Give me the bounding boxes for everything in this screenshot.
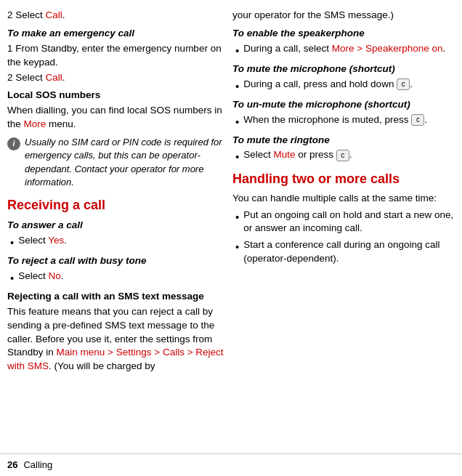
mute-ringtone-bullet-dot: • — [235, 149, 239, 164]
mute-mic-heading: To mute the microphone (shortcut) — [232, 62, 455, 76]
page-container: 2 Select Call. To make an emergency call… — [0, 0, 462, 476]
handling-bullet1-item: • Put an ongoing call on hold and start … — [232, 209, 455, 238]
speakerphone-text: During a call, select More > Speakerphon… — [243, 42, 445, 56]
mute-mic-text: During a call, press and hold down c. — [243, 78, 413, 92]
mute-ringtone-link: Mute — [274, 149, 296, 160]
intro-step2-link: Call — [46, 9, 62, 20]
left-column: 2 Select Call. To make an emergency call… — [7, 9, 225, 446]
mute-ringtone-mid: or press — [296, 149, 336, 160]
mute-mic-key: c — [397, 78, 410, 90]
handling-bullet1-dot: • — [235, 209, 239, 225]
emergency-step1: 1 From Standby, enter the emergency numb… — [7, 42, 225, 70]
handling-bullet2-item: • Start a conference call during an ongo… — [232, 238, 455, 267]
footer-label: Calling — [23, 459, 52, 472]
answer-pre: Select — [18, 235, 48, 246]
speakerphone-bullet-item: • During a call, select More > Speakerph… — [232, 42, 455, 58]
answer-text: Select Yes. — [18, 234, 67, 248]
unmute-text: When the microphone is muted, press c. — [243, 113, 427, 127]
handling-bullet2-text: Start a conference call during an ongoin… — [243, 238, 455, 266]
answer-end: . — [64, 235, 67, 246]
mute-ringtone-bullet-item: • Select Mute or press c. — [232, 148, 455, 164]
handling-body: You can handle multiple calls at the sam… — [232, 192, 455, 206]
handling-bullet1-text: Put an ongoing call on hold and start a … — [243, 209, 455, 236]
mute-mic-pre: During a call, press and hold down — [243, 78, 397, 89]
mute-ringtone-end: . — [349, 149, 352, 160]
reject-end: . — [61, 270, 64, 281]
speakerphone-link: More > Speakerphone on — [332, 43, 443, 54]
unmute-pre: When the microphone is muted, press — [243, 114, 411, 125]
reject-bullet-dot: • — [10, 270, 14, 286]
note-item: i Usually no SIM card or PIN code is req… — [7, 136, 225, 190]
receiving-heading: Receiving a call — [7, 196, 225, 214]
sos-link: More — [24, 118, 46, 129]
speakerphone-pre: During a call, select — [243, 43, 332, 54]
emergency-step2-period: . — [62, 72, 65, 83]
sos-body1-end: menu. — [46, 118, 76, 129]
intro-step2-period: . — [62, 9, 65, 20]
intro-step2-text: 2 Select — [7, 9, 46, 20]
handling-heading: Handling two or more calls — [232, 170, 455, 188]
reject-text: Select No. — [18, 270, 63, 283]
answer-heading: To answer a call — [7, 219, 225, 233]
sms-body: This feature means that you can reject a… — [7, 305, 225, 374]
content-area: 2 Select Call. To make an emergency call… — [0, 0, 462, 453]
unmute-bullet-item: • When the microphone is muted, press c. — [232, 113, 455, 129]
mute-ringtone-key: c — [336, 150, 349, 161]
speakerphone-end: . — [443, 43, 446, 54]
mute-ringtone-heading: To mute the ringtone — [232, 134, 455, 148]
reject-bullet-item: • Select No. — [7, 270, 225, 286]
emergency-step2: 2 Select Call. — [7, 71, 225, 85]
answer-bullet-dot: • — [10, 235, 14, 250]
emergency-step2-link: Call — [46, 72, 62, 83]
mute-mic-end: . — [410, 78, 413, 89]
unmute-key: c — [411, 114, 424, 126]
mute-mic-bullet-dot: • — [235, 78, 239, 94]
charged-text: your operator for the SMS message.) — [232, 9, 455, 23]
right-column: your operator for the SMS message.) To e… — [232, 9, 455, 446]
emergency-heading: To make an emergency call — [7, 27, 225, 41]
footer-bar: 26 Calling — [0, 453, 462, 476]
reject-pre: Select — [18, 270, 48, 281]
sms-end: . (You will be charged by — [49, 360, 155, 371]
unmute-end: . — [424, 114, 427, 125]
speakerphone-bullet-dot: • — [235, 43, 239, 58]
speakerphone-heading: To enable the speakerphone — [232, 27, 455, 41]
reject-heading: To reject a call with busy tone — [7, 254, 225, 268]
footer-page-number: 26 — [7, 459, 17, 472]
note-icon: i — [7, 137, 20, 150]
mute-ringtone-text: Select Mute or press c. — [243, 148, 352, 162]
handling-bullet2-dot: • — [235, 239, 239, 254]
answer-bullet-item: • Select Yes. — [7, 234, 225, 250]
sos-body: When dialling, you can find local SOS nu… — [7, 104, 225, 132]
answer-link: Yes — [48, 235, 64, 246]
unmute-bullet-dot: • — [235, 114, 239, 129]
mute-ringtone-pre: Select — [243, 149, 273, 160]
mute-mic-bullet-item: • During a call, press and hold down c. — [232, 78, 455, 94]
note-text: Usually no SIM card or PIN code is requi… — [25, 136, 225, 189]
emergency-step2-text: 2 Select — [7, 72, 46, 83]
reject-link: No — [49, 270, 61, 281]
sos-heading: Local SOS numbers — [7, 89, 225, 102]
intro-step2: 2 Select Call. — [7, 9, 225, 23]
unmute-heading: To un-mute the microphone (shortcut) — [232, 98, 455, 112]
sms-heading: Rejecting a call with an SMS text messag… — [7, 290, 225, 304]
